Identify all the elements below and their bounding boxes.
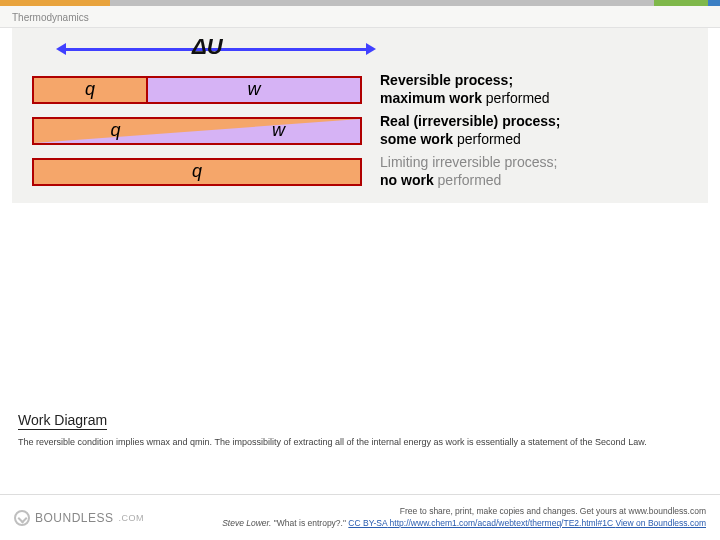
logo-mark-icon xyxy=(14,510,30,526)
heat-segment: q xyxy=(34,119,197,143)
footer: BOUNDLESS.COM Free to share, print, make… xyxy=(0,494,720,540)
heat-segment: q xyxy=(34,160,360,184)
footer-source: Steve Lower. "What is entropy?." CC BY-S… xyxy=(222,518,706,530)
logo-domain: .COM xyxy=(119,513,145,523)
work-segment: w xyxy=(148,78,360,102)
view-on-boundless-link[interactable]: View on Boundless.com xyxy=(615,518,706,528)
heat-segment: q xyxy=(34,78,148,102)
delta-u-row: ΔU xyxy=(32,32,688,66)
process-row-real: q w Real (irreversible) process; some wo… xyxy=(32,113,688,148)
source-url-link[interactable]: http://www.chem1.com/acad/webtext/therme… xyxy=(387,518,615,528)
boundless-logo: BOUNDLESS.COM xyxy=(14,510,144,526)
desc-limiting: Limiting irreversible process; no work p… xyxy=(380,154,688,189)
work-diagram: ΔU q w Reversible process; maximum work … xyxy=(12,28,708,203)
bar-reversible: q w xyxy=(32,76,362,104)
bar-limiting: q xyxy=(32,158,362,186)
desc-real: Real (irreversible) process; some work p… xyxy=(380,113,688,148)
brand-color-bar xyxy=(0,0,720,6)
footer-attribution: Free to share, print, make copies and ch… xyxy=(222,506,706,530)
caption-text: The reversible condition implies wmax an… xyxy=(18,436,702,448)
work-segment: w xyxy=(197,119,360,143)
bar-real: q w xyxy=(32,117,362,145)
desc-reversible: Reversible process; maximum work perform… xyxy=(380,72,688,107)
logo-text: BOUNDLESS xyxy=(35,511,114,525)
process-row-reversible: q w Reversible process; maximum work per… xyxy=(32,72,688,107)
process-row-limiting: q Limiting irreversible process; no work… xyxy=(32,154,688,189)
caption: Work Diagram The reversible condition im… xyxy=(18,411,702,448)
caption-title: Work Diagram xyxy=(18,412,107,430)
breadcrumb: Thermodynamics xyxy=(0,6,720,28)
license-link[interactable]: CC BY-SA xyxy=(348,518,387,528)
footer-tagline: Free to share, print, make copies and ch… xyxy=(222,506,706,518)
delta-u-label: ΔU xyxy=(192,34,223,60)
